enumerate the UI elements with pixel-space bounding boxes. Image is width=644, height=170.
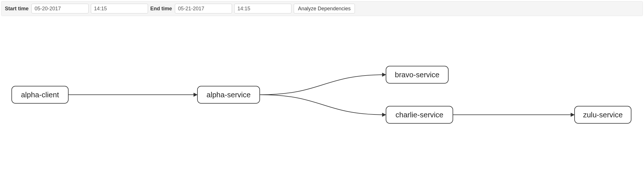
analyze-button[interactable]: Analyze Dependencies <box>294 4 355 13</box>
dependency-graph[interactable]: alpha-clientalpha-servicebravo-servicech… <box>0 17 644 170</box>
end-date-input[interactable] <box>175 4 232 13</box>
node-bravo-service[interactable]: bravo-service <box>386 66 449 84</box>
end-time-label: End time <box>150 6 172 12</box>
end-time-input[interactable] <box>234 4 291 13</box>
node-charlie-service[interactable]: charlie-service <box>386 106 453 124</box>
edge-alpha-service-to-bravo-service <box>260 75 386 95</box>
start-time-input[interactable] <box>91 4 148 13</box>
start-time-label: Start time <box>5 6 29 12</box>
node-alpha-client[interactable]: alpha-client <box>11 86 69 104</box>
start-date-input[interactable] <box>31 4 89 13</box>
edges-layer <box>0 17 644 170</box>
node-zulu-service[interactable]: zulu-service <box>574 106 631 124</box>
edge-alpha-service-to-charlie-service <box>260 95 386 115</box>
toolbar: Start time End time Analyze Dependencies <box>1 1 643 16</box>
node-alpha-service[interactable]: alpha-service <box>197 86 260 104</box>
